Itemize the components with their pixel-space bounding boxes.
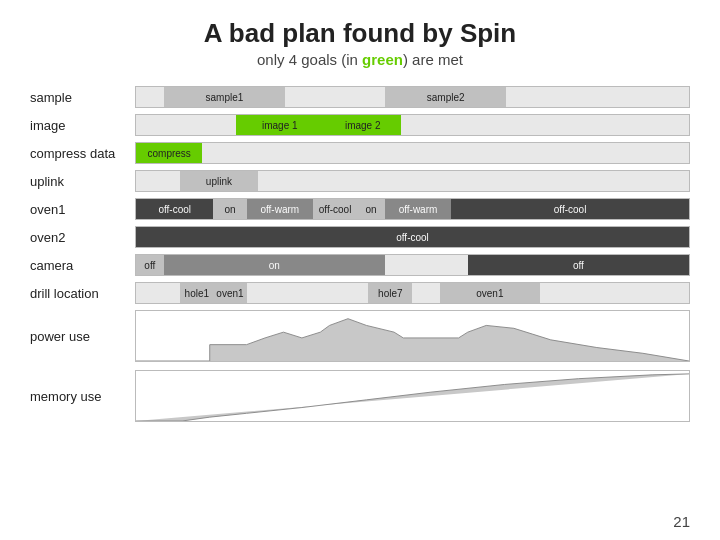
bar-image: image 1image 2: [135, 114, 690, 136]
bar-segment: sample2: [385, 87, 507, 107]
rows-container: samplesample1sample2imageimage 1image 2c…: [30, 86, 690, 304]
bar-segment: [385, 255, 468, 275]
bar-segment: image 2: [324, 115, 401, 135]
label-camera: camera: [30, 258, 135, 273]
label-sample: sample: [30, 90, 135, 105]
bar-segment: off: [136, 255, 164, 275]
bar-segment: on: [164, 255, 385, 275]
bar-segment: off-cool: [451, 199, 689, 219]
bar-segment: [540, 283, 689, 303]
bar-segment: [136, 171, 180, 191]
row-oven1: oven1off-coolonoff-warmoff-coolonoff-war…: [30, 198, 690, 220]
bar-sample: sample1sample2: [135, 86, 690, 108]
row-sample: samplesample1sample2: [30, 86, 690, 108]
label-uplink: uplink: [30, 174, 135, 189]
bar-segment: off: [468, 255, 689, 275]
bar-segment: [258, 171, 689, 191]
bar-uplink: uplink: [135, 170, 690, 192]
bar-segment: [136, 115, 236, 135]
label-image: image: [30, 118, 135, 133]
row-drill_location: drill locationhole1oven1hole7oven1: [30, 282, 690, 304]
row-image: imageimage 1image 2: [30, 114, 690, 136]
label-oven1: oven1: [30, 202, 135, 217]
bar-segment: on: [357, 199, 385, 219]
bar-segment: uplink: [180, 171, 257, 191]
bar-segment: image 1: [236, 115, 324, 135]
page-number: 21: [673, 513, 690, 530]
page-title: A bad plan found by Spin: [30, 18, 690, 49]
bar-segment: [247, 283, 369, 303]
bar-camera: offonoff: [135, 254, 690, 276]
bar-segment: off-warm: [385, 199, 451, 219]
page: A bad plan found by Spin only 4 goals (i…: [0, 0, 720, 440]
bar-segment: hole1: [180, 283, 213, 303]
row-camera: cameraoffonoff: [30, 254, 690, 276]
bar-segment: [412, 283, 440, 303]
bar-segment: on: [213, 199, 246, 219]
row-compress: compress datacompress: [30, 142, 690, 164]
bar-segment: [136, 87, 164, 107]
bar-compress: compress: [135, 142, 690, 164]
power-chart: [135, 310, 690, 362]
bar-drill_location: hole1oven1hole7oven1: [135, 282, 690, 304]
memory-use-row: memory use: [30, 370, 690, 422]
bar-segment: [202, 143, 689, 163]
page-subtitle: only 4 goals (in green) are met: [30, 51, 690, 68]
label-compress: compress data: [30, 146, 135, 161]
memory-chart: [135, 370, 690, 422]
label-drill_location: drill location: [30, 286, 135, 301]
bar-segment: hole7: [368, 283, 412, 303]
bar-segment: sample1: [164, 87, 286, 107]
memory-label: memory use: [30, 389, 135, 404]
bar-segment: [401, 115, 689, 135]
bar-segment: [506, 87, 688, 107]
row-uplink: uplinkuplink: [30, 170, 690, 192]
bar-segment: [136, 283, 180, 303]
bar-oven1: off-coolonoff-warmoff-coolonoff-warmoff-…: [135, 198, 690, 220]
label-oven2: oven2: [30, 230, 135, 245]
bar-oven2: off-cool: [135, 226, 690, 248]
bar-segment: off-cool: [136, 199, 213, 219]
bar-segment: oven1: [213, 283, 246, 303]
power-use-row: power use: [30, 310, 690, 362]
bar-segment: compress: [136, 143, 202, 163]
bar-segment: off-warm: [247, 199, 313, 219]
bar-segment: off-cool: [136, 227, 689, 247]
row-oven2: oven2off-cool: [30, 226, 690, 248]
bar-segment: [285, 87, 385, 107]
power-label: power use: [30, 329, 135, 344]
bar-segment: oven1: [440, 283, 540, 303]
bar-segment: off-cool: [313, 199, 357, 219]
